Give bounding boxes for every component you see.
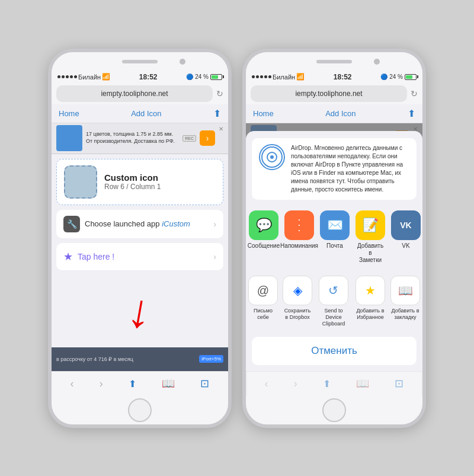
nav-home-left[interactable]: Home bbox=[59, 109, 79, 118]
carrier-left: Билайн bbox=[78, 74, 101, 81]
share-action-favorites[interactable]: ★ Добавить в Избранное bbox=[353, 273, 388, 329]
airdrop-section: AirDrop. Мгновенно делитесь данными с по… bbox=[252, 138, 417, 200]
refresh-icon-right[interactable]: ↻ bbox=[411, 89, 418, 98]
camera-right bbox=[374, 59, 380, 65]
custom-icon-placeholder-left bbox=[64, 165, 97, 199]
share-app-messages[interactable]: 💬 Сообщение bbox=[246, 208, 281, 266]
back-button-right[interactable]: ‹ bbox=[260, 375, 273, 392]
signal-dot bbox=[74, 75, 77, 78]
share-button-left[interactable]: ⬆ bbox=[124, 376, 141, 392]
favorites-icon: ★ bbox=[356, 276, 385, 305]
phone-top-left bbox=[52, 52, 228, 71]
nav-add-icon-left[interactable]: Add Icon bbox=[131, 109, 161, 118]
bottom-toolbar-left: ‹ › ⬆ 📖 ⊡ bbox=[52, 371, 228, 396]
share-button-right[interactable]: ⬆ bbox=[318, 376, 335, 392]
tabs-button-left[interactable]: ⊡ bbox=[196, 375, 214, 392]
vk-label: VK bbox=[402, 242, 409, 250]
phone-bottom-right bbox=[246, 396, 422, 424]
phone-bottom-left bbox=[52, 396, 228, 424]
forward-button-left[interactable]: › bbox=[95, 375, 108, 392]
dropbox-icon: ◈ bbox=[283, 276, 312, 305]
share-action-send-device[interactable]: ↺ Send to Device Clipboard bbox=[315, 273, 353, 329]
wifi-icon-right: 📶 bbox=[296, 73, 305, 81]
ad-close-left[interactable]: ✕ bbox=[219, 126, 223, 132]
send-device-label: Send to Device Clipboard bbox=[317, 308, 350, 327]
notes-label: Добавить в Заметки bbox=[357, 242, 383, 264]
share-app-mail[interactable]: ✉️ Почта bbox=[317, 208, 353, 266]
airdrop-icon bbox=[259, 144, 285, 170]
custom-icon-text-left: Custom icon Row 6 / Column 1 bbox=[104, 172, 161, 191]
reminders-label: Напоминания bbox=[280, 242, 318, 250]
wifi-icon: 📶 bbox=[102, 73, 110, 81]
bookmarks-button-left[interactable]: 📖 bbox=[157, 375, 180, 392]
chevron-right-tap: › bbox=[213, 252, 216, 261]
ad-rec-left: REC bbox=[182, 135, 196, 142]
bookmark-icon: 📖 bbox=[390, 276, 420, 305]
wrench-icon-left: 🔧 bbox=[63, 216, 80, 232]
url-bar-right[interactable]: iempty.tooliphone.net ↻ bbox=[246, 83, 422, 104]
nav-home-right[interactable]: Home bbox=[253, 109, 274, 118]
share-app-vk[interactable]: VK VK bbox=[388, 208, 422, 266]
speaker-right bbox=[316, 60, 352, 63]
refresh-icon-left[interactable]: ↻ bbox=[216, 89, 223, 98]
status-right-right: 🔵 24 % bbox=[380, 74, 417, 80]
battery-fill-left bbox=[212, 75, 218, 79]
tabs-button-right[interactable]: ⊡ bbox=[390, 375, 408, 392]
back-button-left[interactable]: ‹ bbox=[66, 375, 79, 392]
status-right-left: 🔵 24 % bbox=[186, 74, 222, 80]
self-email-icon: @ bbox=[248, 276, 278, 305]
share-action-bookmark[interactable]: 📖 Добавить в закладку bbox=[388, 273, 422, 329]
right-phone: Билайн 📶 18:52 🔵 24 % iempty.tooliphone.… bbox=[242, 49, 426, 428]
speaker-left bbox=[122, 60, 158, 63]
battery-pct-left: 24 % bbox=[195, 74, 209, 80]
signal-dot bbox=[57, 75, 60, 78]
dropbox-label: Сохранить в Dropbox bbox=[283, 308, 312, 321]
status-left-left: Билайн 📶 bbox=[57, 73, 110, 81]
share-app-notes[interactable]: 📝 Добавить в Заметки bbox=[353, 208, 388, 266]
content-left: 17 цветов, толщина 1.75 и 2.85 мм. От пр… bbox=[52, 123, 228, 371]
phone-top-right bbox=[246, 52, 422, 71]
url-input-right[interactable]: iempty.tooliphone.net bbox=[251, 85, 407, 102]
app-name-left: iCustom bbox=[162, 219, 190, 228]
home-button-right[interactable] bbox=[322, 398, 346, 422]
vk-icon: VK bbox=[391, 210, 421, 240]
nav-share-icon-right[interactable]: ⬆ bbox=[408, 108, 415, 119]
bookmarks-button-right[interactable]: 📖 bbox=[351, 375, 374, 392]
battery-left bbox=[210, 74, 222, 80]
share-action-self-email[interactable]: @ Письмо себе bbox=[246, 273, 280, 329]
forward-button-right[interactable]: › bbox=[289, 375, 302, 392]
send-device-icon: ↺ bbox=[319, 276, 348, 305]
signal-dots bbox=[57, 75, 77, 78]
url-bar-left[interactable]: iempty.tooliphone.net ↻ bbox=[52, 83, 228, 104]
share-sheet: AirDrop. Мгновенно делитесь данными с по… bbox=[246, 131, 422, 370]
home-button-left[interactable] bbox=[128, 398, 152, 422]
airdrop-ring-outer bbox=[261, 146, 283, 168]
self-email-label: Письмо себе bbox=[248, 308, 278, 321]
bottom-ad-text-left: в рассрочку от 4 716 ₽ в месяц bbox=[56, 356, 196, 362]
cancel-button[interactable]: Отменить bbox=[252, 337, 417, 365]
status-bar-left: Билайн 📶 18:52 🔵 24 % bbox=[52, 71, 228, 83]
choose-app-box-left[interactable]: 🔧 Choose launched app iCustom › bbox=[56, 210, 223, 238]
url-text-right: iempty.tooliphone.net bbox=[295, 90, 362, 98]
signal-dot bbox=[70, 75, 73, 78]
messages-icon: 💬 bbox=[249, 210, 278, 240]
left-phone: Билайн 📶 18:52 🔵 24 % iempty.tooliphone.… bbox=[48, 49, 232, 428]
ad-arrow-left[interactable]: › bbox=[200, 130, 215, 146]
share-apps-row: 💬 Сообщение • • • Напоминания bbox=[246, 205, 422, 270]
battery-pct-right: 24 % bbox=[389, 74, 403, 80]
rec-label: REC bbox=[182, 135, 196, 142]
reminders-icon: • • • bbox=[284, 210, 314, 240]
custom-icon-subtitle-left: Row 6 / Column 1 bbox=[104, 183, 161, 191]
bottom-ad-left: в рассрочку от 4 716 ₽ в месяц iPort+5% bbox=[52, 347, 228, 371]
share-action-dropbox[interactable]: ◈ Сохранить в Dropbox bbox=[280, 273, 315, 329]
choose-app-text-left: Choose launched app iCustom bbox=[85, 219, 209, 228]
nav-share-icon-left[interactable]: ⬆ bbox=[213, 108, 221, 119]
url-input-left[interactable]: iempty.tooliphone.net bbox=[56, 85, 213, 102]
nav-bar-left: Home Add Icon ⬆ bbox=[52, 104, 228, 123]
tap-here-box-left[interactable]: ★ Tap here ! › bbox=[56, 243, 223, 270]
share-app-reminders[interactable]: • • • Напоминания bbox=[281, 208, 317, 266]
signal-dots-right bbox=[252, 75, 271, 78]
mail-label: Почта bbox=[326, 242, 343, 250]
nav-add-right[interactable]: Add Icon bbox=[325, 109, 356, 118]
custom-icon-box-left: Custom icon Row 6 / Column 1 bbox=[56, 159, 223, 205]
